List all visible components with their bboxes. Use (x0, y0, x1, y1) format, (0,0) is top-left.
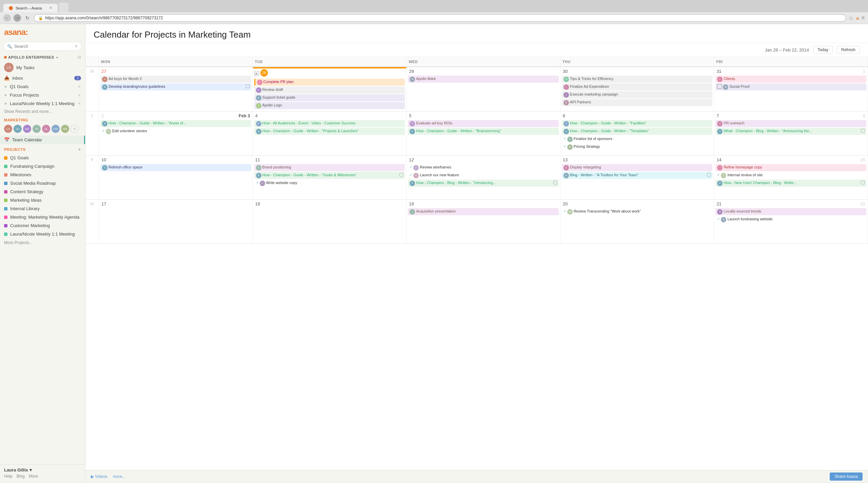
task-item[interactable]: ✓ E Launch our new feature (408, 172, 559, 179)
videos-link[interactable]: ▶ Videos (91, 474, 107, 479)
task-item[interactable]: X PR outreach (715, 120, 866, 127)
week-num-1: 26 (85, 67, 99, 111)
task-item[interactable]: L Acquisition presentation (408, 208, 559, 215)
task-avatar: I (717, 165, 723, 170)
search-bar[interactable]: 🔍 ▼ (3, 42, 82, 51)
task-item[interactable]: I Finalize Ad Expenditure (562, 83, 713, 90)
star-icon[interactable]: ☆ (849, 15, 853, 21)
task-item[interactable]: S How - Champion - Guide - Written - "Br… (408, 128, 559, 135)
task-item[interactable]: R Evaluate ad buy ROIs (408, 120, 559, 127)
org-grid-icon[interactable]: ⊟ (78, 55, 81, 60)
task-item[interactable]: N How - Champion - Guide - Written - "Ar… (100, 120, 251, 127)
task-item[interactable]: ✓ V Finalize list of sponsors (562, 136, 713, 143)
task-checkbox[interactable] (553, 181, 557, 184)
project-internal-library[interactable]: Internal Library (0, 204, 85, 213)
project-customer-marketing[interactable]: Customer Marketing (0, 221, 85, 230)
project-laura-nicole[interactable]: Laura/Nicole Weekly 1:1 Meeting (0, 230, 85, 238)
menu-icon[interactable]: ≡ (862, 15, 865, 21)
task-item[interactable]: T How - Champion - Guide - Written - "Fa… (562, 120, 713, 127)
project-dot (4, 182, 7, 185)
my-tasks-link[interactable]: LG My Tasks (0, 61, 85, 74)
weekly-meeting-link[interactable]: ★ Laura/Nicole Weekly 1:1 Meeting ★ (0, 99, 85, 108)
help-link[interactable]: Help (4, 474, 13, 479)
show-recents-link[interactable]: Show Recents and more... (0, 108, 85, 115)
task-checkbox[interactable] (861, 129, 865, 133)
add-member-btn[interactable]: + (71, 125, 79, 133)
refresh-cal-btn[interactable]: Refresh (837, 46, 860, 54)
task-item[interactable]: ✓ O Launch fundraising website (715, 216, 866, 223)
task-checkbox[interactable] (861, 181, 865, 184)
task-item[interactable]: ✓ O Edit volunteer stories (100, 128, 251, 135)
inbox-link[interactable]: 📥 Inbox 1 (0, 74, 85, 82)
cal-day-feb20: 20 ✓ M Review Transcending "Work about w… (560, 200, 714, 243)
task-item[interactable]: Y What - Champion - Blog - Written - "An… (715, 128, 866, 135)
org-chevron-icon[interactable]: ▾ (56, 56, 58, 59)
cal-day-feb7: 7 8 X PR outreach Y What - Champion - Bl… (714, 112, 868, 155)
task-item[interactable]: B How - Champion - Guide - Written - "Go… (254, 172, 405, 179)
task-item[interactable]: A Brand positioning (254, 164, 405, 171)
task-item[interactable]: D Review draft (254, 86, 405, 94)
more-link[interactable]: More (29, 474, 38, 479)
team-calendar-link[interactable]: 📅 Team Calendar (0, 136, 85, 144)
task-checkbox[interactable] (246, 84, 250, 88)
task-item[interactable]: I Refine homepage copy (715, 164, 866, 171)
forward-btn[interactable]: → (14, 14, 21, 22)
week-num-3: 9 (85, 156, 99, 199)
calendar-week-2: 2 2 Feb 3 N How - Champion - Guide - Wri… (85, 112, 868, 156)
task-item[interactable]: P How - All Audiences - Event - Video - … (254, 120, 405, 127)
task-item[interactable]: M Social Proof (715, 83, 866, 90)
tab-close-btn[interactable]: ✕ (49, 6, 52, 10)
search-input[interactable] (14, 44, 73, 49)
task-item[interactable]: K How - New User/ Champion - Blog - Writ… (715, 180, 866, 187)
project-milestones[interactable]: Milestones (0, 170, 85, 179)
task-item[interactable]: F How - Champion - Blog - Written - "Int… (408, 180, 559, 187)
address-bar[interactable]: 🔒 https://app.asana.com/0/search/9867709… (34, 14, 846, 22)
task-item[interactable]: H Blog - Written - "A Toolbox for Your T… (562, 172, 713, 179)
back-btn[interactable]: ← (3, 14, 11, 22)
focus-projects-link[interactable]: ★ Focus Projects ★ (0, 91, 85, 99)
task-checkbox[interactable] (399, 173, 403, 177)
project-fundraising[interactable]: Fundraising Campaign (0, 162, 85, 170)
task-item[interactable]: ✓ C Write website copy (254, 180, 405, 187)
task-item[interactable]: G Apollo Mark (408, 76, 559, 83)
more-link[interactable]: more... (113, 474, 125, 479)
project-meeting-weekly[interactable]: Meeting: Marketing Weekly Agenda (0, 213, 85, 221)
task-item[interactable]: A Ad buys for Month 2 (100, 76, 251, 83)
browser-tab[interactable]: Search – Asana ✕ (3, 4, 58, 12)
task-item[interactable]: E Support ticket guide (254, 94, 405, 101)
day-num-12: 12 (408, 157, 415, 163)
search-dropdown-icon[interactable]: ▼ (75, 44, 78, 48)
task-item[interactable]: ✓ M Review Transcending "Work about work… (562, 208, 713, 215)
task-checkbox[interactable] (707, 173, 711, 177)
task-item[interactable]: U How - Champion - Guide - Written - "Te… (562, 128, 713, 135)
task-item[interactable]: B Develop branding/voice guidelines (100, 83, 251, 90)
share-asana-btn[interactable]: Share Asana (830, 472, 863, 481)
task-item[interactable]: F Apollo Logo (254, 102, 405, 109)
user-avatar: LG (4, 63, 14, 72)
project-marketing-ideas[interactable]: Marketing Ideas (0, 196, 85, 204)
task-item[interactable]: Z Refresh office space (100, 164, 251, 171)
task-item[interactable]: C Complete PR plan (254, 79, 405, 86)
task-item[interactable]: K API Partners (562, 99, 713, 106)
project-content-strategy[interactable]: Content Strategy (0, 187, 85, 196)
task-item[interactable]: G Display retargeting (562, 164, 713, 171)
task-item[interactable]: L Clients (715, 76, 866, 83)
task-item[interactable]: Q How - Champion - Guide - Written - "Pr… (254, 128, 405, 135)
app-footer: ▶ Videos more... Share Asana (85, 470, 868, 483)
refresh-btn[interactable]: ↻ (24, 14, 31, 22)
task-item[interactable]: J Execute marketing campaign (562, 91, 713, 98)
blog-link[interactable]: Blog (17, 474, 25, 479)
project-q1goals[interactable]: Q1 Goals (0, 154, 85, 162)
task-item[interactable]: N Locally-sourced trends (715, 208, 866, 215)
project-social-media[interactable]: Social Media Roadmap (0, 179, 85, 187)
task-item[interactable]: H Tips & Tricks for Efficiency (562, 76, 713, 83)
more-projects-link[interactable]: More Projects... (4, 240, 33, 245)
task-item[interactable]: ✓ D Review wireframes (408, 164, 559, 171)
task-item[interactable]: ✓ J Internal review of site (715, 172, 866, 179)
task-checkbox[interactable] (717, 84, 722, 89)
task-item[interactable]: ✓ W Pricing Strategy (562, 143, 713, 150)
q1-goals-link[interactable]: ★ Q1 Goals ★ (0, 82, 85, 91)
add-project-btn[interactable]: + (78, 147, 81, 152)
today-btn[interactable]: Today (813, 46, 833, 54)
user-menu-btn[interactable]: Laura Gillis ▾ (4, 467, 81, 472)
